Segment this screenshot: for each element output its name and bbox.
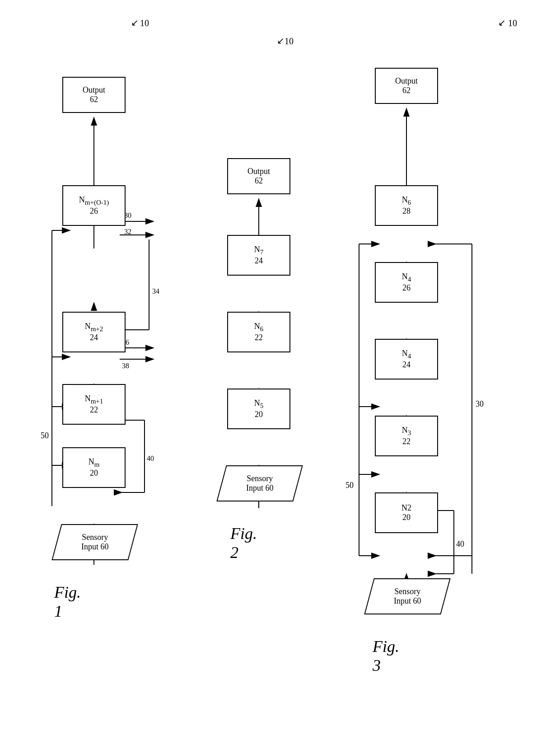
nm2-box: Nm+2 24 xyxy=(62,312,126,352)
svg-text:50: 50 xyxy=(345,481,354,490)
n4-24-box: N4 24 xyxy=(375,339,438,380)
nm1-box: Nm+1 22 xyxy=(62,384,126,425)
nm-box: Nm 20 xyxy=(62,447,126,488)
ref-arrow-fig1: ↙ xyxy=(131,17,139,28)
output-num-fig2: 62 xyxy=(255,176,263,186)
n5-label: N5 xyxy=(254,398,264,410)
output-box-fig3: Output 62 xyxy=(375,68,438,104)
output-label-fig2: Output xyxy=(247,167,270,176)
ref-num-fig2: 10 xyxy=(285,36,294,47)
n4-24-num: 24 xyxy=(402,360,411,370)
n3-num: 22 xyxy=(402,437,411,446)
n7-label: N7 xyxy=(254,245,264,256)
svg-text:32: 32 xyxy=(124,228,131,235)
ref-num-fig1: 10 xyxy=(140,18,149,28)
n6-label-fig2: N6 xyxy=(254,322,264,333)
sensory-label-fig3: SensoryInput 60 xyxy=(394,587,421,606)
fig3-label: Fig. 3 xyxy=(373,637,399,675)
fig1-label: Fig. 1 xyxy=(54,583,81,621)
output-box-fig1: Output 62 xyxy=(62,77,126,113)
n3-box: N3 22 xyxy=(375,416,438,456)
n5-box: N5 20 xyxy=(227,389,290,429)
sensory-box-fig1: SensoryInput 60 xyxy=(51,524,138,560)
n6-label-fig3: N6 xyxy=(402,195,411,206)
n4-24-label: N4 xyxy=(402,349,411,360)
output-label-fig3: Output xyxy=(395,76,418,86)
nm1-num: 22 xyxy=(90,405,98,415)
nm2-num: 24 xyxy=(90,333,98,342)
svg-text:40: 40 xyxy=(147,455,154,462)
n5-num: 20 xyxy=(255,410,263,419)
sensory-box-fig2: SensoryInput 60 xyxy=(216,465,303,501)
n6-box-fig3: N6 28 xyxy=(375,185,438,226)
n2-num: 20 xyxy=(402,513,411,522)
n6-box-fig2: N6 22 xyxy=(227,312,290,352)
output-num-fig3: 62 xyxy=(402,86,411,95)
n7-box: N7 24 xyxy=(227,235,290,276)
n2-label: N2 xyxy=(401,503,411,513)
n6-num-fig3: 28 xyxy=(402,206,411,216)
n6-num-fig2: 22 xyxy=(255,333,263,342)
svg-text:34: 34 xyxy=(152,287,159,295)
fig2-label: Fig. 2 xyxy=(230,524,257,562)
ref-num-fig3: 10 xyxy=(508,18,517,28)
output-box-fig2: Output 62 xyxy=(227,158,290,194)
nm-o1-num: 26 xyxy=(90,206,98,216)
nm1-label: Nm+1 xyxy=(85,394,103,405)
nm-o1-label: Nm+(O-1) xyxy=(79,195,109,206)
svg-text:40: 40 xyxy=(456,539,464,548)
n3-label: N3 xyxy=(402,426,411,437)
output-label-fig1: Output xyxy=(83,85,105,95)
svg-text:38: 38 xyxy=(122,362,129,370)
n4-26-label: N4 xyxy=(402,272,411,283)
nm2-label: Nm+2 xyxy=(85,322,103,333)
output-num-fig1: 62 xyxy=(90,95,98,104)
svg-text:30: 30 xyxy=(476,399,484,408)
svg-text:50: 50 xyxy=(41,431,49,440)
nm-label: Nm xyxy=(89,457,100,469)
n7-num: 24 xyxy=(255,256,263,266)
n4-26-num: 26 xyxy=(402,283,411,293)
n2-box: N2 20 xyxy=(375,492,438,533)
ref-arrow-fig3: ↙ xyxy=(498,17,506,28)
sensory-label-fig1: SensoryInput 60 xyxy=(81,533,109,552)
sensory-label-fig2: SensoryInput 60 xyxy=(246,474,274,493)
nm-o1-box: Nm+(O-1) 26 xyxy=(62,185,126,226)
nm-num: 20 xyxy=(90,469,98,478)
n4-26-box: N4 26 xyxy=(375,262,438,303)
sensory-box-fig3: SensoryInput 60 xyxy=(364,578,450,614)
ref-arrow-fig2: ↙ xyxy=(277,35,285,46)
